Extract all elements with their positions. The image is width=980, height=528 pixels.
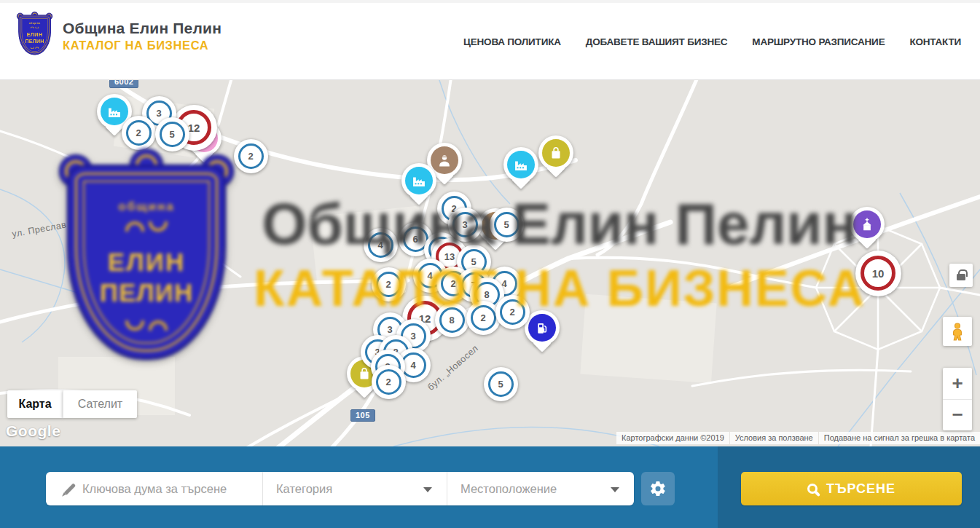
road-badge: 105 (350, 409, 375, 422)
fuel-icon (528, 314, 556, 342)
search-bar: Категория Местоположение ТЪРСЕНЕ (0, 446, 980, 528)
pencil-icon (60, 481, 82, 497)
map-cluster-marker[interactable]: 2 (495, 295, 530, 329)
site-tagline: КАТАЛОГ НА БИЗНЕСА (63, 39, 222, 52)
location-select[interactable]: Местоположение (447, 472, 634, 505)
street-view-lock-button[interactable] (949, 264, 973, 287)
church-icon (853, 210, 881, 238)
nav-item-transport-schedule[interactable]: МАРШРУТНО РАЗПИСАНИЕ (752, 36, 885, 47)
worker-icon (431, 146, 458, 174)
pegman-button[interactable] (943, 317, 972, 346)
site-logo[interactable]: община ЕЛИН ПЕЛИН Община Елин Пелин КАТА… (17, 13, 222, 58)
category-select[interactable]: Категория (262, 472, 447, 505)
map-cluster-marker[interactable]: 2 (372, 267, 406, 302)
search-field-group: Категория Местоположение (46, 472, 634, 505)
map-cluster-marker[interactable]: 5 (484, 367, 518, 401)
attribution-terms[interactable]: Условия за ползване (730, 432, 818, 444)
search-input[interactable] (82, 482, 262, 496)
bag-icon (542, 139, 570, 167)
road-badge: 6002 (109, 80, 138, 88)
chevron-down-icon (611, 487, 619, 492)
keyword-section (46, 472, 262, 505)
gear-icon (649, 480, 667, 497)
cluster-count: 8 (439, 307, 465, 333)
attribution-report-error[interactable]: Подаване на сигнал за грешка в картата (819, 432, 980, 444)
map-cluster-marker[interactable]: 5 (155, 117, 189, 151)
map-cluster-marker[interactable]: 10 (855, 251, 901, 296)
cluster-count: 5 (494, 212, 520, 237)
chevron-down-icon (423, 487, 432, 492)
map-pin-fuel[interactable] (525, 310, 560, 345)
lock-icon (957, 274, 965, 280)
nav-item-contacts[interactable]: КОНТАКТИ (909, 36, 961, 47)
map-cluster-marker[interactable]: 4 (364, 228, 398, 262)
cluster-count: 2 (500, 299, 525, 325)
map-pin-factory[interactable] (401, 163, 436, 198)
map-pin-church[interactable] (850, 207, 885, 242)
google-logo[interactable]: Google (6, 422, 60, 440)
location-select-label: Местоположение (460, 482, 557, 496)
map-cluster-marker[interactable]: 5 (490, 208, 524, 242)
cluster-count: 10 (861, 256, 895, 291)
header: община ЕЛИН ПЕЛИН Община Елин Пелин КАТА… (0, 3, 980, 80)
map-type-satellite-button[interactable]: Сателит (63, 390, 137, 418)
map-cluster-marker[interactable]: 2 (466, 301, 501, 335)
attribution-data-copyright: Картографски данни ©2019 (616, 432, 729, 444)
map-cluster-marker[interactable]: 2 (372, 365, 406, 399)
search-button-label: ТЪРСЕНЕ (826, 481, 895, 497)
search-button[interactable]: ТЪРСЕНЕ (741, 472, 962, 505)
pegman-icon (948, 322, 967, 341)
cluster-count: 2 (376, 369, 401, 395)
cluster-count: 4 (368, 232, 393, 258)
municipality-crest-icon: община ЕЛИН ПЕЛИН (17, 13, 52, 58)
cluster-count: 3 (452, 212, 478, 237)
map-cluster-marker[interactable]: 2 (234, 139, 268, 173)
cluster-count: 2 (238, 143, 264, 169)
factory-icon (101, 98, 128, 125)
cluster-count: 2 (376, 272, 401, 297)
search-icon (807, 484, 818, 494)
map-pin-factory[interactable] (503, 147, 538, 182)
factory-icon (405, 167, 433, 194)
cluster-count: 2 (471, 305, 496, 331)
cluster-count: 2 (126, 120, 152, 146)
zoom-out-button[interactable]: − (943, 400, 972, 431)
advanced-settings-button[interactable] (641, 472, 675, 505)
cluster-count: 5 (160, 122, 185, 147)
category-select-label: Категория (276, 482, 332, 496)
factory-icon (507, 151, 535, 178)
zoom-control: + − (943, 368, 972, 430)
map-type-controls: Карта Сателит (7, 390, 137, 418)
zoom-in-button[interactable]: + (943, 368, 972, 400)
map-cluster-marker[interactable]: 8 (435, 303, 469, 337)
main-nav: ЦЕНОВА ПОЛИТИКАДОБАВЕТЕ ВАШИЯТ БИЗНЕСМАР… (463, 3, 961, 80)
map-cluster-marker[interactable]: 2 (122, 116, 156, 150)
site-title: Община Елин Пелин (63, 20, 222, 37)
cluster-count: 5 (488, 371, 514, 397)
map-pin-bag[interactable] (538, 135, 573, 170)
map-attribution: Картографски данни ©2019Условия за ползв… (616, 432, 980, 444)
map-canvas[interactable]: ул. Преславбул. „Новоселци" 6002105 1232… (0, 80, 980, 446)
map-type-map-button[interactable]: Карта (7, 390, 63, 418)
nav-item-pricing[interactable]: ЦЕНОВА ПОЛИТИКА (463, 36, 561, 47)
nav-item-add-business[interactable]: ДОБАВЕТЕ ВАШИЯТ БИЗНЕС (586, 36, 728, 47)
